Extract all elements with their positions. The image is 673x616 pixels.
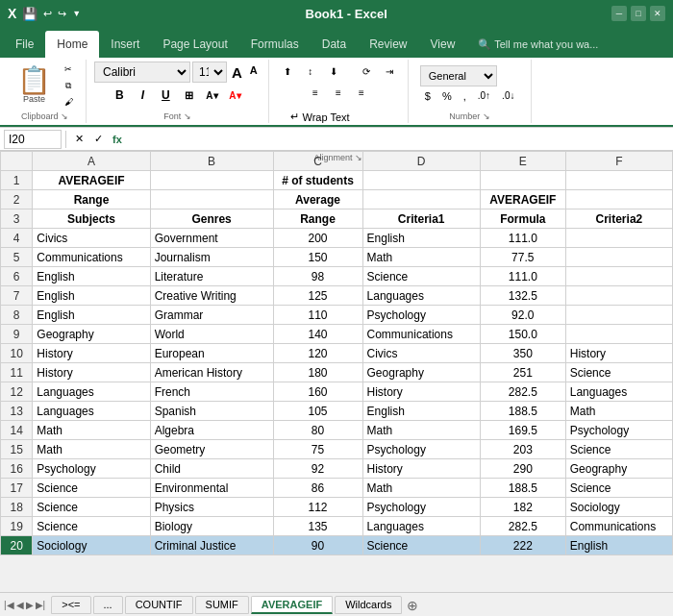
table-cell[interactable]: Geography xyxy=(565,459,672,479)
table-cell[interactable] xyxy=(565,248,672,267)
table-cell[interactable]: English xyxy=(33,286,150,306)
align-left-button[interactable]: ≡ xyxy=(305,83,326,102)
sheet-tab[interactable]: ... xyxy=(93,596,123,614)
col-header-d[interactable]: D xyxy=(362,152,480,171)
table-cell[interactable]: Psychology xyxy=(362,306,480,325)
table-cell[interactable] xyxy=(362,171,480,190)
col-header-f[interactable]: F xyxy=(565,152,672,171)
percent-button[interactable]: % xyxy=(437,88,457,104)
table-cell[interactable]: Range xyxy=(33,190,150,209)
table-cell[interactable]: Physics xyxy=(150,498,273,517)
align-middle-button[interactable]: ↕ xyxy=(300,62,321,81)
align-center-button[interactable]: ≡ xyxy=(328,83,349,102)
table-cell[interactable]: 188.5 xyxy=(480,479,565,498)
table-cell[interactable]: 135 xyxy=(273,517,362,536)
table-cell[interactable]: Biology xyxy=(150,517,273,536)
copy-button[interactable]: ⧉ xyxy=(59,78,78,93)
align-bottom-button[interactable]: ⬇ xyxy=(323,62,344,81)
table-cell[interactable] xyxy=(565,171,672,190)
tab-nav-first[interactable]: |◀ xyxy=(4,600,14,610)
sheet-tab[interactable]: SUMIF xyxy=(195,596,249,614)
table-cell[interactable] xyxy=(565,267,672,286)
confirm-formula-icon[interactable]: ✓ xyxy=(89,131,107,148)
table-cell[interactable]: Psychology xyxy=(362,498,480,517)
table-cell[interactable]: Psychology xyxy=(565,421,672,440)
table-cell[interactable]: 180 xyxy=(273,363,362,382)
table-cell[interactable]: Subjects xyxy=(33,209,150,229)
table-cell[interactable]: Grammar xyxy=(150,306,273,325)
table-cell[interactable]: Math xyxy=(565,402,672,421)
decrease-decimal-button[interactable]: .0↓ xyxy=(497,88,519,104)
table-cell[interactable]: 350 xyxy=(480,344,565,363)
table-cell[interactable]: 86 xyxy=(273,479,362,498)
table-cell[interactable] xyxy=(150,190,273,209)
table-cell[interactable] xyxy=(150,171,273,190)
table-cell[interactable]: Range xyxy=(273,209,362,229)
tab-nav-next[interactable]: ▶ xyxy=(26,600,34,610)
table-cell[interactable]: English xyxy=(362,402,480,421)
table-cell[interactable]: Math xyxy=(362,479,480,498)
table-cell[interactable]: 111.0 xyxy=(480,229,565,248)
table-cell[interactable]: Math xyxy=(362,248,480,267)
table-cell[interactable]: 222 xyxy=(480,536,565,555)
table-cell[interactable]: Criteria1 xyxy=(362,209,480,229)
sheet-tab[interactable]: COUNTIF xyxy=(125,596,193,614)
table-cell[interactable]: Math xyxy=(33,440,150,459)
table-cell[interactable]: 140 xyxy=(273,325,362,344)
table-cell[interactable] xyxy=(362,190,480,209)
underline-button[interactable]: U xyxy=(155,85,176,106)
table-cell[interactable]: Languages xyxy=(362,517,480,536)
table-cell[interactable]: 182 xyxy=(480,498,565,517)
table-cell[interactable]: History xyxy=(33,363,150,382)
tab-file[interactable]: File xyxy=(4,31,45,58)
table-cell[interactable]: Average xyxy=(273,190,362,209)
table-cell[interactable]: Science xyxy=(362,267,480,286)
col-header-b[interactable]: B xyxy=(150,152,273,171)
table-cell[interactable]: Science xyxy=(362,536,480,555)
table-cell[interactable]: English xyxy=(33,267,150,286)
tab-data[interactable]: Data xyxy=(311,31,358,58)
table-cell[interactable]: Geometry xyxy=(150,440,273,459)
table-cell[interactable]: Science xyxy=(565,440,672,459)
table-cell[interactable]: Science xyxy=(565,363,672,382)
tab-review[interactable]: Review xyxy=(358,31,418,58)
table-cell[interactable]: 75 xyxy=(273,440,362,459)
font-size-select[interactable]: 11 xyxy=(192,62,227,83)
table-cell[interactable]: English xyxy=(362,229,480,248)
table-cell[interactable]: Journalism xyxy=(150,248,273,267)
tab-nav-last[interactable]: ▶| xyxy=(36,600,46,610)
increase-decimal-button[interactable]: .0↑ xyxy=(473,88,495,104)
tab-home[interactable]: Home xyxy=(45,31,99,58)
table-cell[interactable]: Math xyxy=(33,421,150,440)
currency-button[interactable]: $ xyxy=(420,88,436,104)
comma-button[interactable]: , xyxy=(459,88,471,104)
font-color-button[interactable]: A▾ xyxy=(224,85,245,106)
col-header-e[interactable]: E xyxy=(480,152,565,171)
cancel-formula-icon[interactable]: ✕ xyxy=(70,131,87,148)
table-cell[interactable]: Government xyxy=(150,229,273,248)
table-cell[interactable]: 105 xyxy=(273,402,362,421)
increase-font-button[interactable]: A xyxy=(229,64,245,81)
table-cell[interactable]: 92.0 xyxy=(480,306,565,325)
table-cell[interactable] xyxy=(565,286,672,306)
quick-redo-icon[interactable]: ↪ xyxy=(58,8,66,20)
quick-save-icon[interactable]: 💾 xyxy=(22,7,37,21)
table-cell[interactable]: Communications xyxy=(565,517,672,536)
close-button[interactable]: ✕ xyxy=(650,6,665,21)
tab-insert[interactable]: Insert xyxy=(99,31,151,58)
table-cell[interactable]: Criminal Justice xyxy=(150,536,273,555)
table-cell[interactable]: 98 xyxy=(273,267,362,286)
table-cell[interactable]: Formula xyxy=(480,209,565,229)
table-cell[interactable]: Geography xyxy=(362,363,480,382)
format-painter-button[interactable]: 🖌 xyxy=(59,94,78,110)
table-cell[interactable]: Languages xyxy=(362,286,480,306)
table-cell[interactable]: Psychology xyxy=(362,440,480,459)
col-header-a[interactable]: A xyxy=(33,152,150,171)
number-format-select[interactable]: General xyxy=(420,65,497,86)
table-cell[interactable]: History xyxy=(362,459,480,479)
table-cell[interactable]: 112 xyxy=(273,498,362,517)
table-cell[interactable]: European xyxy=(150,344,273,363)
table-cell[interactable]: History xyxy=(362,382,480,402)
table-cell[interactable]: Science xyxy=(565,479,672,498)
table-cell[interactable]: 282.5 xyxy=(480,517,565,536)
